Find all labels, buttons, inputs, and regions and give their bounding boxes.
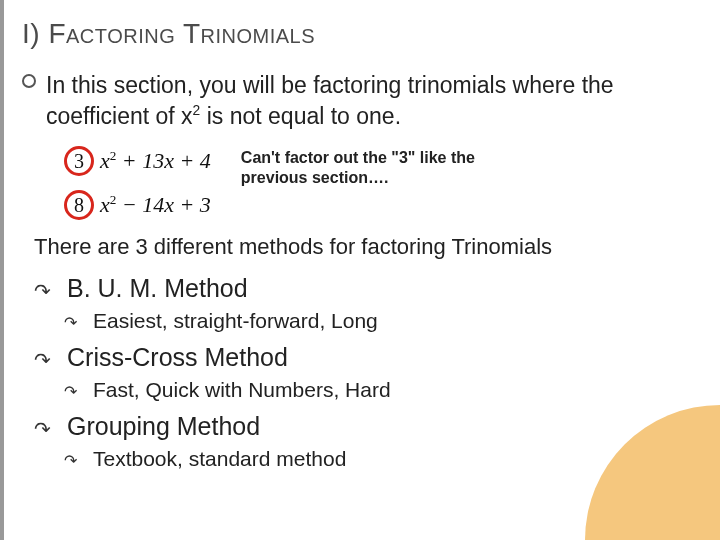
- leading-coef-circle: 8: [64, 190, 94, 220]
- equation-row: 3 x2 + 13x + 4: [64, 146, 211, 176]
- arrow-bullet-icon: ↷: [34, 281, 51, 301]
- equation-text: x2 + 13x + 4: [100, 148, 211, 174]
- arrow-bullet-icon: ↷: [34, 350, 51, 370]
- methods-intro: There are 3 different methods for factor…: [34, 234, 690, 260]
- side-note: Can't factor out the "3" like the previo…: [241, 148, 541, 188]
- method-block: ↷ Grouping Method ↷ Textbook, standard m…: [34, 412, 690, 471]
- leading-coef-circle: 3: [64, 146, 94, 176]
- arrow-bullet-icon: ↷: [64, 384, 77, 400]
- intro-text: In this section, you will be factoring t…: [46, 70, 690, 132]
- intro-bullet: In this section, you will be factoring t…: [22, 70, 690, 132]
- method-block: ↷ B. U. M. Method ↷ Easiest, straight-fo…: [34, 274, 690, 333]
- equations-block: 3 x2 + 13x + 4 8 x2 − 14x + 3 Can't fact…: [64, 146, 690, 220]
- slide-content: I) Factoring Trinomials In this section,…: [4, 0, 720, 471]
- equation-text: x2 − 14x + 3: [100, 192, 211, 218]
- slide-title: I) Factoring Trinomials: [22, 18, 690, 50]
- ring-bullet-icon: [22, 74, 36, 88]
- arrow-bullet-icon: ↷: [64, 315, 77, 331]
- method-title: Criss-Cross Method: [67, 343, 288, 372]
- method-sub: Fast, Quick with Numbers, Hard: [93, 378, 391, 402]
- equation-row: 8 x2 − 14x + 3: [64, 190, 211, 220]
- method-title: Grouping Method: [67, 412, 260, 441]
- slide: I) Factoring Trinomials In this section,…: [0, 0, 720, 540]
- method-sub: Textbook, standard method: [93, 447, 346, 471]
- method-title: B. U. M. Method: [67, 274, 248, 303]
- method-sub: Easiest, straight-forward, Long: [93, 309, 378, 333]
- arrow-bullet-icon: ↷: [34, 419, 51, 439]
- arrow-bullet-icon: ↷: [64, 453, 77, 469]
- equations-column: 3 x2 + 13x + 4 8 x2 − 14x + 3: [64, 146, 211, 220]
- method-block: ↷ Criss-Cross Method ↷ Fast, Quick with …: [34, 343, 690, 402]
